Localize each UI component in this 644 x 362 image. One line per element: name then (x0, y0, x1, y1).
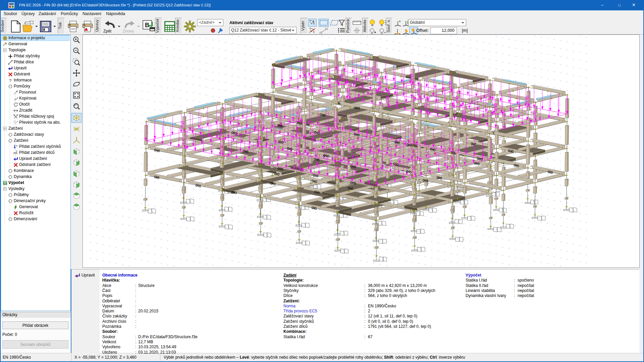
svg-text:-0,40: -0,40 (494, 103, 498, 112)
svg-text:-0,40: -0,40 (450, 157, 454, 165)
svg-text:-0,40: -0,40 (296, 127, 300, 135)
svg-text:-0,40: -0,40 (532, 111, 536, 119)
svg-text:-0,40: -0,40 (296, 143, 300, 152)
svg-text:-0,40: -0,40 (219, 112, 223, 121)
svg-text:-0,40: -0,40 (411, 149, 415, 158)
svg-text:-0,40: -0,40 (257, 120, 261, 128)
svg-text:-0,40: -0,40 (334, 134, 338, 143)
svg-text:-0,40: -0,40 (412, 166, 416, 174)
svg-text:-0,40: -0,40 (219, 128, 223, 137)
svg-text:-0,40: -0,40 (417, 88, 421, 97)
svg-text:-0,40: -0,40 (373, 159, 377, 167)
svg-text:-0,40: -0,40 (455, 96, 459, 104)
svg-text:-0,40: -0,40 (302, 66, 306, 75)
svg-text:-0,40: -0,40 (258, 136, 262, 144)
svg-text:1: 1 (313, 30, 315, 33)
svg-text:-0,40: -0,40 (181, 121, 185, 129)
svg-text:-0,40: -0,40 (373, 142, 377, 150)
svg-text:-0,40: -0,40 (378, 81, 382, 89)
svg-text:-0,40: -0,40 (340, 74, 344, 82)
svg-text:+: + (313, 19, 314, 23)
svg-text:+: + (399, 20, 401, 23)
svg-text:+: + (374, 30, 376, 34)
svg-text:–: – (384, 30, 386, 34)
svg-text:B: B (145, 22, 149, 28)
